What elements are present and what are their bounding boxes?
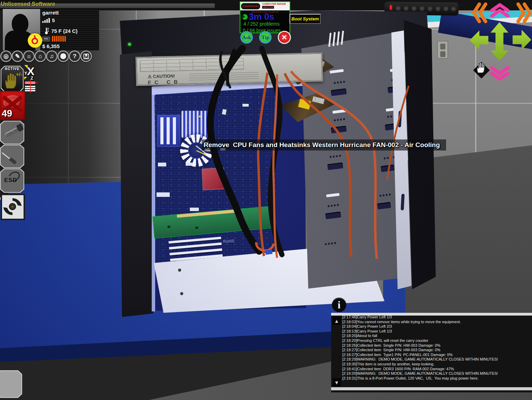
- active-hand-button[interactable]: ACTIVE +/-: [1, 66, 24, 92]
- help-icon[interactable]: ?: [69, 51, 80, 62]
- slot-bg: [1, 145, 24, 167]
- active-label: ACTIVE: [1, 67, 24, 71]
- damage-counter-button[interactable]: 49: [0, 91, 25, 120]
- hand-icon: [3, 71, 21, 91]
- tip-button[interactable]: Tip: [259, 31, 272, 44]
- game-screen: RoHS: [0, 0, 532, 400]
- glyph: ♫: [50, 53, 54, 60]
- axis-y-label: Y: [24, 71, 27, 76]
- info-icon[interactable]: i: [332, 298, 346, 312]
- brand-header: COPPERHEAD COMPUTER REPAIR SIMULATOR: [240, 2, 290, 10]
- log-scroll-down-button[interactable]: ▼: [332, 378, 341, 387]
- alignment-tool-icon[interactable]: [25, 82, 37, 92]
- player-name: garrett: [42, 10, 59, 16]
- hand-cursor-icon: [475, 60, 488, 75]
- log-message: [2:18:27]Collected item Single P/N: HW-0…: [342, 348, 529, 353]
- record-circle: [60, 53, 66, 59]
- player-money: $ 6,355: [42, 43, 60, 49]
- crs-logo: COMPUTER REPAIR SIMULATOR: [262, 3, 286, 10]
- boot-system-label: Boot System: [291, 16, 319, 21]
- log-message: [2:18:25]Collected item Single P/N: HW-0…: [342, 343, 529, 348]
- esd-strap-slot[interactable]: ESD: [0, 169, 24, 193]
- log-message: [2:18:29]WARNING: DEMO MODE, GAME AUTOMA…: [342, 357, 529, 362]
- log-message: [2:19:31]This is a 8-Port Power Outlet, …: [342, 376, 529, 381]
- log-message: [2:18:30]This item is secured by another…: [342, 362, 529, 367]
- player-info-panel: garrett 5 75 F (24 C) ESD $ 6,355: [40, 9, 99, 51]
- axis-widget[interactable]: X Y Z: [24, 65, 37, 82]
- problems-count: 4 / 252 problems: [243, 21, 280, 27]
- glyph: ☼: [26, 53, 32, 60]
- shop-icon[interactable]: ⌂: [35, 51, 46, 62]
- player-temperature: 75 F (24 C): [51, 28, 78, 34]
- unlicensed-watermark: Unlicensed Software: [1, 1, 55, 7]
- copperhead-logo: COPPERHEAD: [241, 3, 260, 9]
- align-cross-h: [24, 82, 37, 83]
- axis-marker: [24, 77, 27, 80]
- glyph: ✎: [15, 53, 20, 60]
- message-log-panel: ▲ [2:17:46]Carry Power Left 1/3 [2:18:03…: [331, 313, 532, 392]
- power-button[interactable]: [28, 33, 42, 48]
- ask-button[interactable]: Ask: [240, 31, 253, 44]
- log-message: [2:18:20]About to fall: [342, 334, 529, 338]
- mission-panel: COPPERHEAD COMPUTER REPAIR SIMULATOR www…: [240, 1, 290, 33]
- rotate-disc-button[interactable]: [1, 194, 25, 220]
- glyph: ◎: [3, 53, 9, 60]
- log-scroll-up-button[interactable]: ▲: [332, 317, 341, 325]
- log-message: [2:18:13]Carry Power Left 1/3: [342, 329, 529, 334]
- close-button[interactable]: ✕: [278, 31, 291, 44]
- glyph: ?: [73, 53, 76, 60]
- hover-tooltip: Remove CPU Fans and Heatsinks Western Hu…: [202, 139, 446, 151]
- glyph: ⌂: [38, 53, 42, 60]
- info-glyph: i: [338, 299, 340, 311]
- log-messages: [2:17:46]Carry Power Left 1/3 [2:18:03]Y…: [342, 315, 529, 381]
- slot-bg: [0, 371, 21, 397]
- floppy-shape: [83, 54, 89, 59]
- align-cross-v: [30, 80, 31, 93]
- tip-label: Tip: [261, 35, 269, 40]
- close-icon: ✕: [282, 33, 287, 42]
- log-message: [2:18:04]Carry Power Left 2/3: [342, 324, 529, 329]
- flashlight-slot[interactable]: FLASH LIGHT: [0, 121, 24, 144]
- record-icon[interactable]: [57, 51, 69, 62]
- esd-badge-icon: ESD: [42, 37, 50, 41]
- boot-system-button[interactable]: Boot System: [290, 14, 321, 24]
- crosshair-icon[interactable]: ◎: [0, 51, 12, 62]
- sata-connector[interactable]: [265, 249, 273, 255]
- player-level: 5: [52, 17, 55, 23]
- mission-timer: 3m 0s: [249, 11, 274, 22]
- log-message: [2:18:20]Pressing CTRL will reset the ca…: [342, 338, 529, 343]
- crs-logo-line1: COMPUTER REPAIR: [262, 3, 286, 5]
- music-icon[interactable]: ♫: [46, 51, 57, 62]
- damage-count: 49: [2, 108, 12, 119]
- log-message: [2:18:03]You cannot remove items while t…: [342, 320, 529, 325]
- esd-label: ESD: [4, 177, 17, 184]
- tilt-up-icon[interactable]: [490, 3, 510, 17]
- fan-blades-icon: [2, 195, 23, 218]
- tilt-down-icon[interactable]: [490, 66, 510, 81]
- pan-hand-tool[interactable]: [472, 58, 491, 80]
- esd-meter: [52, 36, 66, 42]
- hint-icon[interactable]: ☼: [23, 51, 35, 62]
- thermometer-icon: [45, 27, 49, 35]
- rotate-right-icon[interactable]: [516, 2, 532, 24]
- log-message: [2:17:46]Carry Power Left 1/3: [342, 315, 529, 320]
- notes-icon[interactable]: ✎: [12, 51, 23, 62]
- solder-tool-slot[interactable]: [0, 145, 24, 168]
- log-bottom-bar: [331, 387, 532, 390]
- clock-pie-icon: [242, 14, 248, 20]
- ask-label: Ask: [242, 35, 251, 40]
- log-message: [2:19:20]WARNING: DEMO MODE, GAME AUTOMA…: [342, 371, 529, 376]
- signal-bars-icon: [42, 18, 50, 23]
- log-message: [2:18:41]Collected item DDR3 1600 P/N: R…: [342, 367, 529, 372]
- log-message: [2:18:27]Collected item Type1 P/N: PC-PA…: [342, 353, 529, 357]
- empty-item-slot[interactable]: [0, 370, 22, 398]
- save-icon[interactable]: [80, 51, 92, 62]
- crs-logo-line2: SIMULATOR: [262, 6, 274, 9]
- rotate-left-icon[interactable]: [472, 2, 488, 24]
